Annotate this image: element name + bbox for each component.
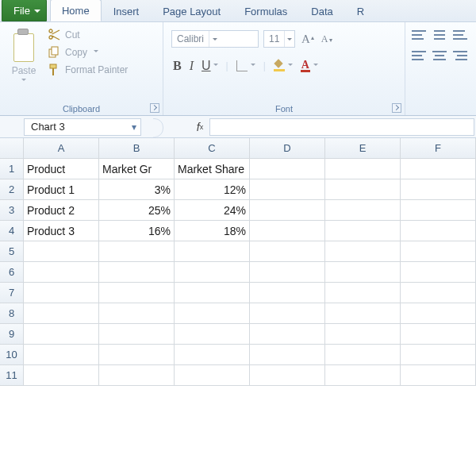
paste-button[interactable]: Paste <box>5 25 43 101</box>
cell-E11[interactable] <box>325 365 401 386</box>
cell-A10[interactable] <box>24 345 99 365</box>
format-painter-button[interactable]: Format Painter <box>48 64 128 76</box>
cell-F7[interactable] <box>401 283 476 303</box>
cell-D6[interactable] <box>250 262 325 283</box>
cell-D2[interactable] <box>250 179 325 200</box>
dialog-launcher-icon[interactable] <box>392 103 401 113</box>
cell-B8[interactable] <box>99 303 175 324</box>
cell-C8[interactable] <box>175 303 250 324</box>
col-header-B[interactable]: B <box>99 138 175 159</box>
cell-A7[interactable] <box>24 283 99 303</box>
row-header-10[interactable]: 10 <box>0 345 24 365</box>
col-header-A[interactable]: A <box>24 138 99 159</box>
cell-E10[interactable] <box>325 345 401 365</box>
formula-bar-input[interactable] <box>209 118 474 136</box>
tab-file[interactable]: File <box>2 0 47 21</box>
col-header-E[interactable]: E <box>325 138 401 159</box>
cell-E7[interactable] <box>325 283 401 303</box>
row-header-4[interactable]: 4 <box>0 221 24 241</box>
cell-B7[interactable] <box>99 283 175 303</box>
cell-F10[interactable] <box>401 345 476 365</box>
cell-E2[interactable] <box>325 179 401 200</box>
fill-color-button[interactable] <box>274 60 293 71</box>
tab-formulas[interactable]: Formulas <box>232 0 299 21</box>
cell-C1[interactable]: Market Share <box>175 159 250 179</box>
cell-C9[interactable] <box>175 324 250 345</box>
cell-B11[interactable] <box>99 365 175 386</box>
cell-E8[interactable] <box>325 303 401 324</box>
col-header-D[interactable]: D <box>250 138 325 159</box>
cell-A2[interactable]: Product 1 <box>24 179 99 200</box>
increase-font-size-button[interactable]: A <box>300 33 315 46</box>
cell-C7[interactable] <box>175 283 250 303</box>
cell-B4[interactable]: 16% <box>99 221 175 241</box>
decrease-font-size-button[interactable]: A <box>320 33 333 45</box>
borders-button[interactable] <box>236 60 255 71</box>
align-middle-button[interactable] <box>432 30 447 40</box>
row-header-2[interactable]: 2 <box>0 179 24 200</box>
dialog-launcher-icon[interactable] <box>150 103 159 113</box>
align-top-button[interactable] <box>412 30 426 40</box>
row-header-8[interactable]: 8 <box>0 303 24 324</box>
cell-F2[interactable] <box>401 179 476 200</box>
row-header-5[interactable]: 5 <box>0 241 24 262</box>
row-header-11[interactable]: 11 <box>0 365 24 386</box>
cell-A1[interactable]: Product <box>24 159 99 179</box>
cell-B6[interactable] <box>99 262 175 283</box>
cell-D11[interactable] <box>250 365 325 386</box>
cell-D9[interactable] <box>250 324 325 345</box>
cell-B3[interactable]: 25% <box>99 200 175 221</box>
tab-page-layout[interactable]: Page Layout <box>151 0 232 21</box>
cell-D4[interactable] <box>250 221 325 241</box>
bold-button[interactable]: B <box>173 59 182 73</box>
font-size-combo[interactable]: 11 <box>263 30 295 48</box>
cell-D8[interactable] <box>250 303 325 324</box>
cell-C10[interactable] <box>175 345 250 365</box>
cell-A6[interactable] <box>24 262 99 283</box>
cell-A8[interactable] <box>24 303 99 324</box>
cell-C6[interactable] <box>175 262 250 283</box>
cut-button[interactable]: Cut <box>48 29 128 41</box>
align-bottom-button[interactable] <box>453 30 467 40</box>
cell-A4[interactable]: Product 3 <box>24 221 99 241</box>
cell-F4[interactable] <box>401 221 476 241</box>
cell-F9[interactable] <box>401 324 476 345</box>
cell-C3[interactable]: 24% <box>175 200 250 221</box>
insert-function-button[interactable]: fx <box>190 118 209 136</box>
font-color-button[interactable]: A <box>301 60 318 72</box>
cell-B10[interactable] <box>99 345 175 365</box>
cell-D7[interactable] <box>250 283 325 303</box>
row-header-3[interactable]: 3 <box>0 200 24 221</box>
copy-button[interactable]: Copy <box>48 46 128 59</box>
col-header-F[interactable]: F <box>401 138 476 159</box>
cell-E5[interactable] <box>325 241 401 262</box>
cell-B1[interactable]: Market Gr <box>99 159 175 179</box>
italic-button[interactable]: I <box>190 59 194 73</box>
cell-B2[interactable]: 3% <box>99 179 175 200</box>
cell-C4[interactable]: 18% <box>175 221 250 241</box>
align-center-button[interactable] <box>432 51 447 60</box>
cell-E9[interactable] <box>325 324 401 345</box>
tab-home[interactable]: Home <box>50 0 102 21</box>
col-header-C[interactable]: C <box>175 138 250 159</box>
cell-D3[interactable] <box>250 200 325 221</box>
cell-F3[interactable] <box>401 200 476 221</box>
cell-D10[interactable] <box>250 345 325 365</box>
cell-A5[interactable] <box>24 241 99 262</box>
name-box[interactable]: Chart 3 ▾ <box>24 118 141 136</box>
cell-F8[interactable] <box>401 303 476 324</box>
cell-C11[interactable] <box>175 365 250 386</box>
cell-F1[interactable] <box>401 159 476 179</box>
row-header-1[interactable]: 1 <box>0 159 24 179</box>
cell-B5[interactable] <box>99 241 175 262</box>
cell-A3[interactable]: Product 2 <box>24 200 99 221</box>
cell-E4[interactable] <box>325 221 401 241</box>
cell-B9[interactable] <box>99 324 175 345</box>
cell-C2[interactable]: 12% <box>175 179 250 200</box>
tab-insert[interactable]: Insert <box>102 0 152 21</box>
spreadsheet-grid[interactable]: A B C D E F 1 Product Market Gr Market S… <box>0 138 476 386</box>
cell-A9[interactable] <box>24 324 99 345</box>
align-left-button[interactable] <box>412 51 426 60</box>
font-name-combo[interactable]: Calibri <box>171 30 259 48</box>
cell-D5[interactable] <box>250 241 325 262</box>
